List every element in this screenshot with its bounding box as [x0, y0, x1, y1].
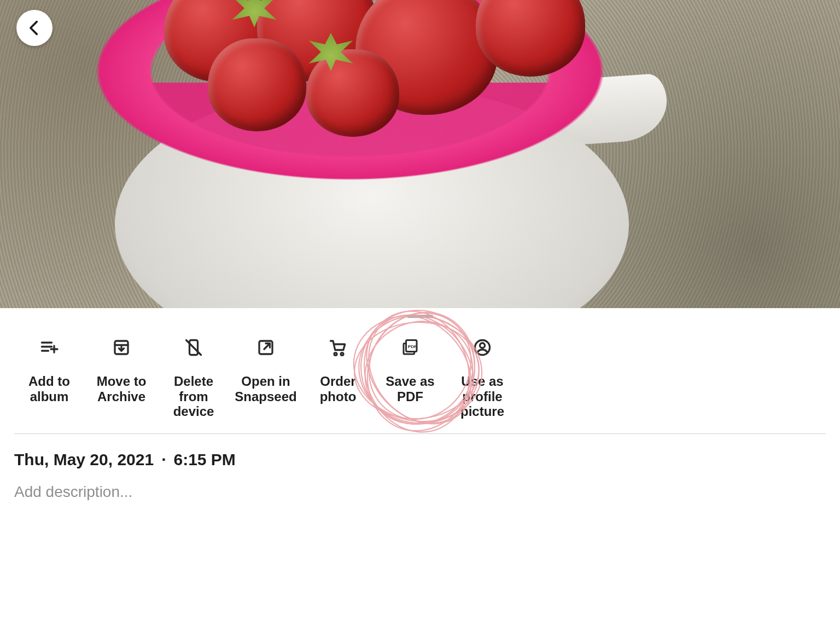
photo-date: Thu, May 20, 2021	[14, 450, 154, 469]
action-save-as-pdf[interactable]: PDF Save as PDF	[374, 338, 446, 404]
action-label: Delete from device	[158, 374, 230, 419]
open-external-icon	[256, 338, 276, 357]
pdf-icon: PDF	[400, 338, 420, 357]
description-input[interactable]: Add description...	[0, 469, 840, 501]
action-label: Open in Snapseed	[235, 374, 296, 404]
photo-viewport	[0, 0, 840, 308]
meta-separator: ·	[161, 450, 166, 469]
shopping-cart-icon	[328, 338, 348, 357]
add-to-album-icon	[39, 338, 59, 357]
svg-point-16	[480, 343, 485, 348]
chevron-left-icon	[25, 19, 44, 37]
photo-datetime: Thu, May 20, 2021 · 6:15 PM	[0, 434, 840, 469]
back-button[interactable]	[16, 10, 52, 46]
profile-icon	[472, 338, 492, 357]
action-use-as-profile-picture[interactable]: Use as profile picture	[446, 338, 518, 419]
actions-row: Add to album Move to Archive Delete from…	[0, 318, 840, 433]
svg-point-11	[334, 353, 337, 356]
svg-text:PDF: PDF	[408, 344, 417, 349]
svg-line-9	[186, 340, 201, 355]
action-order-photo[interactable]: Order photo	[302, 338, 374, 404]
info-sheet: Add to album Move to Archive Delete from…	[0, 315, 840, 501]
svg-point-12	[341, 353, 343, 356]
archive-icon	[112, 338, 131, 357]
action-open-in-snapseed[interactable]: Open in Snapseed	[230, 338, 302, 404]
delete-from-device-icon	[184, 338, 203, 357]
action-delete-from-device[interactable]: Delete from device	[158, 338, 230, 419]
action-label: Move to Archive	[97, 374, 147, 404]
action-label: Add to album	[28, 374, 70, 404]
action-label: Use as profile picture	[460, 374, 504, 419]
photo-time: 6:15 PM	[173, 450, 235, 469]
action-label: Order photo	[302, 374, 374, 404]
action-add-to-album[interactable]: Add to album	[13, 338, 85, 404]
action-move-to-archive[interactable]: Move to Archive	[85, 338, 158, 404]
action-label: Save as PDF	[374, 374, 446, 404]
